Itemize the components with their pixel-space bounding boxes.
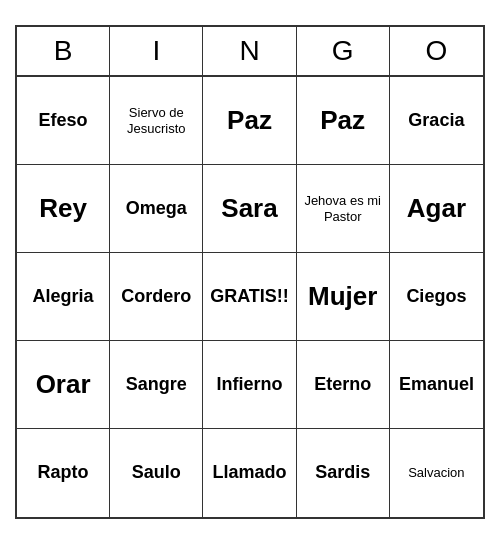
bingo-cell: Sangre — [110, 341, 203, 429]
bingo-cell: Sardis — [297, 429, 390, 517]
bingo-cell: Emanuel — [390, 341, 483, 429]
cell-text: Emanuel — [399, 374, 474, 396]
cell-text: Eterno — [314, 374, 371, 396]
cell-text: Salvacion — [408, 465, 464, 481]
bingo-cell: Efeso — [17, 77, 110, 165]
cell-text: Omega — [126, 198, 187, 220]
cell-text: Agar — [407, 193, 466, 224]
cell-text: Siervo de Jesucristo — [114, 105, 198, 136]
bingo-cell: Orar — [17, 341, 110, 429]
header-letter: I — [110, 27, 203, 75]
bingo-cell: Agar — [390, 165, 483, 253]
bingo-cell: Omega — [110, 165, 203, 253]
cell-text: Sara — [221, 193, 277, 224]
bingo-cell: Paz — [203, 77, 296, 165]
bingo-cell: Alegria — [17, 253, 110, 341]
header-letter: B — [17, 27, 110, 75]
bingo-cell: GRATIS!! — [203, 253, 296, 341]
cell-text: Cordero — [121, 286, 191, 308]
cell-text: Rapto — [38, 462, 89, 484]
cell-text: Sardis — [315, 462, 370, 484]
bingo-cell: Infierno — [203, 341, 296, 429]
cell-text: Jehova es mi Pastor — [301, 193, 385, 224]
bingo-cell: Sara — [203, 165, 296, 253]
bingo-card: BINGO EfesoSiervo de JesucristoPazPazGra… — [15, 25, 485, 519]
bingo-cell: Gracia — [390, 77, 483, 165]
bingo-cell: Mujer — [297, 253, 390, 341]
header-letter: O — [390, 27, 483, 75]
bingo-cell: Jehova es mi Pastor — [297, 165, 390, 253]
bingo-cell: Rapto — [17, 429, 110, 517]
bingo-cell: Saulo — [110, 429, 203, 517]
cell-text: Efeso — [39, 110, 88, 132]
cell-text: Infierno — [216, 374, 282, 396]
cell-text: Orar — [36, 369, 91, 400]
bingo-cell: Paz — [297, 77, 390, 165]
cell-text: GRATIS!! — [210, 286, 289, 308]
cell-text: Mujer — [308, 281, 377, 312]
header-letter: G — [297, 27, 390, 75]
bingo-cell: Llamado — [203, 429, 296, 517]
bingo-cell: Rey — [17, 165, 110, 253]
cell-text: Alegria — [33, 286, 94, 308]
cell-text: Paz — [320, 105, 365, 136]
bingo-cell: Cordero — [110, 253, 203, 341]
bingo-cell: Ciegos — [390, 253, 483, 341]
cell-text: Gracia — [408, 110, 464, 132]
cell-text: Rey — [39, 193, 87, 224]
bingo-cell: Eterno — [297, 341, 390, 429]
bingo-cell: Siervo de Jesucristo — [110, 77, 203, 165]
cell-text: Sangre — [126, 374, 187, 396]
cell-text: Saulo — [132, 462, 181, 484]
bingo-cell: Salvacion — [390, 429, 483, 517]
cell-text: Llamado — [212, 462, 286, 484]
cell-text: Ciegos — [406, 286, 466, 308]
cell-text: Paz — [227, 105, 272, 136]
bingo-header: BINGO — [17, 27, 483, 77]
header-letter: N — [203, 27, 296, 75]
bingo-grid: EfesoSiervo de JesucristoPazPazGraciaRey… — [17, 77, 483, 517]
